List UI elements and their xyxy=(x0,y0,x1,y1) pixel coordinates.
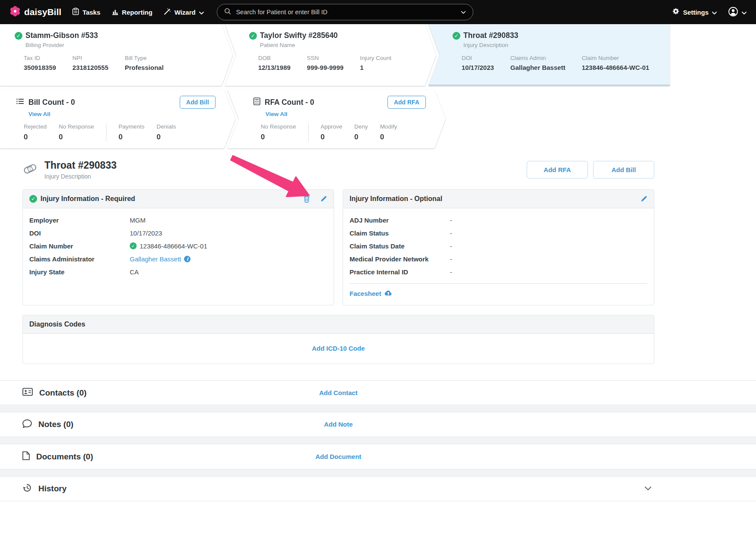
add-note-link[interactable]: Add Note xyxy=(324,421,353,428)
billing-provider-card[interactable]: Stamm-Gibson #533 Billing Provider Tax I… xyxy=(0,24,233,86)
check-circle-icon xyxy=(130,242,137,249)
patient-card[interactable]: Taylor Swifty #285640 Patient Name DOB12… xyxy=(225,24,436,86)
info-label: Practice Internal ID xyxy=(350,268,450,276)
facesheet-link[interactable]: Facesheet xyxy=(350,290,381,297)
page-title: Throat #290833 xyxy=(44,160,116,171)
field-label: Tax ID xyxy=(24,55,56,61)
injury-info-required-panel: Injury Information - Required EmployerMG… xyxy=(22,189,334,305)
rfa-count-card: RFA Count - 0 Add RFA View All No Respon… xyxy=(228,90,446,148)
bill-count-title: Bill Count - 0 xyxy=(28,98,75,107)
field-value: 2318120555 xyxy=(72,64,108,71)
info-label: Medical Provider Network xyxy=(350,255,450,263)
nav-tasks[interactable]: Tasks xyxy=(72,8,100,16)
reporting-chart-icon xyxy=(112,8,119,16)
nav-settings[interactable]: Settings xyxy=(672,8,717,17)
add-bill-button[interactable]: Add Bill xyxy=(180,96,216,109)
injury-info-optional-panel: Injury Information - Optional ADJ Number… xyxy=(343,189,654,305)
nav-tasks-label: Tasks xyxy=(82,9,100,16)
diagnosis-panel-title: Diagnosis Codes xyxy=(29,320,85,328)
info-label: Claim Status Date xyxy=(350,242,450,250)
field-label: NPI xyxy=(72,55,108,61)
nav-settings-label: Settings xyxy=(683,9,709,16)
search-bar[interactable] xyxy=(217,4,473,20)
info-label: Injury State xyxy=(29,268,130,276)
add-rfa-button-large[interactable]: Add RFA xyxy=(527,161,588,179)
field-value: 350918359 xyxy=(24,64,56,71)
edit-pencil-icon[interactable] xyxy=(320,195,327,202)
injury-bandaid-icon xyxy=(22,163,38,177)
info-value: MGM xyxy=(130,217,146,224)
chevron-down-icon xyxy=(199,9,204,16)
stat-value: 0 xyxy=(354,133,368,141)
injury-title: Throat #290833 xyxy=(463,31,518,40)
optional-panel-title: Injury Information - Optional xyxy=(350,195,442,203)
info-value: CA xyxy=(130,268,139,276)
add-icd10-code-link[interactable]: Add ICD-10 Code xyxy=(312,345,365,352)
info-label: Claim Number xyxy=(29,242,130,250)
nav-wizard[interactable]: Wizard xyxy=(164,8,204,16)
claims-administrator-link[interactable]: Gallagher Bassett xyxy=(130,255,181,263)
stat-label: Deny xyxy=(354,123,368,130)
info-label: DOI xyxy=(29,229,130,237)
field-value: 12/13/1989 xyxy=(258,64,291,71)
field-label: Claim Number xyxy=(582,55,650,61)
info-label: Claim Status xyxy=(350,229,450,237)
stat-label: No Response xyxy=(59,123,94,130)
stat-value: 0 xyxy=(24,133,47,141)
vertical-divider xyxy=(106,123,106,141)
wizard-wand-icon xyxy=(164,8,171,16)
user-avatar-icon xyxy=(728,6,738,18)
add-document-link[interactable]: Add Document xyxy=(316,453,362,460)
notes-bubble-icon xyxy=(22,419,32,430)
injury-card-selected[interactable]: Throat #290833 Injury Description DOI10/… xyxy=(428,24,670,86)
daisybill-logo[interactable]: daisyBill xyxy=(9,6,61,19)
nav-wizard-label: Wizard xyxy=(175,9,196,16)
check-circle-icon xyxy=(453,32,460,40)
brand-text: daisyBill xyxy=(24,7,61,17)
field-value: Professional xyxy=(125,64,164,71)
check-circle-icon xyxy=(15,32,22,40)
section-separator xyxy=(0,405,756,412)
billing-provider-subtitle: Billing Provider xyxy=(25,42,226,48)
add-contact-link[interactable]: Add Contact xyxy=(319,389,357,396)
patient-subtitle: Patient Name xyxy=(260,42,429,48)
search-dropdown-chevron-icon[interactable] xyxy=(461,8,466,16)
stat-label: Approve xyxy=(321,123,342,130)
info-value: - xyxy=(450,268,452,276)
field-label: DOI xyxy=(462,55,494,61)
info-value: - xyxy=(450,217,452,224)
info-icon[interactable] xyxy=(184,256,191,262)
history-section[interactable]: History xyxy=(0,476,756,501)
account-menu[interactable] xyxy=(728,6,747,18)
add-rfa-button[interactable]: Add RFA xyxy=(387,96,426,109)
notes-section: Notes (0) Add Note xyxy=(0,412,756,437)
cloud-upload-icon[interactable] xyxy=(384,290,392,297)
edit-pencil-icon[interactable] xyxy=(640,195,647,202)
history-expand-chevron-icon[interactable] xyxy=(644,485,652,492)
diagnosis-codes-panel: Diagnosis Codes Add ICD-10 Code xyxy=(22,315,654,364)
bill-list-icon xyxy=(16,98,24,106)
injury-subtitle: Injury Description xyxy=(463,42,663,48)
info-label: Claims Administrator xyxy=(29,255,130,263)
stat-value: 0 xyxy=(380,133,397,141)
field-value: 123846-486664-WC-01 xyxy=(582,64,650,71)
info-label: ADJ Number xyxy=(350,217,450,224)
history-title: History xyxy=(38,484,66,493)
view-all-rfas-link[interactable]: View All xyxy=(266,111,287,117)
search-input[interactable] xyxy=(235,8,456,16)
documents-file-icon xyxy=(22,451,30,462)
documents-section: Documents (0) Add Document xyxy=(0,444,756,469)
stat-value: 0 xyxy=(321,133,342,141)
stat-label: Denials xyxy=(156,123,176,130)
contacts-title: Contacts (0) xyxy=(39,388,87,398)
view-all-bills-link[interactable]: View All xyxy=(28,111,50,117)
nav-reporting[interactable]: Reporting xyxy=(112,8,153,16)
trash-icon[interactable] xyxy=(303,195,310,203)
top-navbar: daisyBill Tasks Reporting Wizard xyxy=(0,0,756,24)
field-label: SSN xyxy=(307,55,344,61)
count-cards-row: Bill Count - 0 Add Bill View All Rejecte… xyxy=(0,90,756,148)
billing-provider-title: Stamm-Gibson #533 xyxy=(25,31,98,40)
stat-value: 0 xyxy=(261,133,296,141)
add-bill-button-large[interactable]: Add Bill xyxy=(593,161,654,179)
patient-title: Taylor Swifty #285640 xyxy=(260,31,338,40)
